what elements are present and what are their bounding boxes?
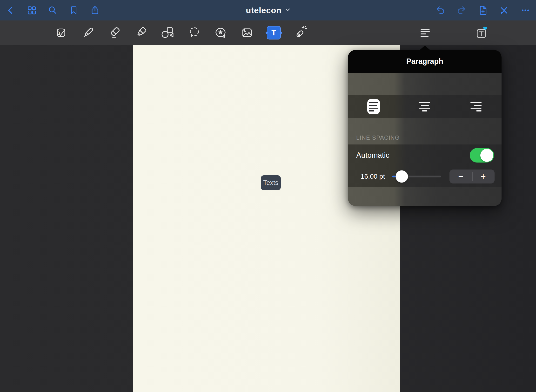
toggle-knob [480,149,493,162]
tooltip-label: Texts [263,179,278,187]
tool-bar: a T [0,20,536,45]
align-left-icon [421,29,430,37]
redo-button[interactable] [456,5,467,16]
handwriting-convert-icon: a [54,26,67,39]
undo-button[interactable] [435,5,446,16]
shapes-icon [161,26,174,39]
add-page-icon [478,5,488,15]
line-spacing-slider-row: 16.00 pt − + [348,166,502,187]
automatic-label: Automatic [356,151,389,160]
elements-sticker-icon [214,26,227,39]
text-tool-letter: T [271,28,276,37]
eraser-tool[interactable] [108,26,122,40]
document-title-group: utelecon [0,0,536,20]
pen-icon [81,26,94,39]
text-tool-icon: T [267,26,281,39]
more-ellipsis-icon [520,5,530,15]
align-right-option[interactable] [450,102,502,111]
eraser-icon [108,26,121,39]
lasso-icon [188,26,201,39]
laser-pointer-icon [294,26,307,39]
toolbar-divider [71,26,71,40]
text-tool-active[interactable]: T [267,26,281,40]
paragraph-popover: Paragraph [348,50,502,206]
align-left-selected-chip [367,99,380,114]
bookmark-button[interactable] [68,5,79,16]
line-spacing-section-band: LINE SPACING [348,118,502,144]
highlighter-tool[interactable] [134,26,148,40]
title-chevron-down-icon [285,8,290,13]
alignment-row [348,95,502,118]
align-center-icon [419,102,430,111]
align-right-icon [470,102,482,111]
bookmark-icon [69,6,79,15]
align-left-icon [369,102,378,111]
popover-title: Paragraph [406,57,443,66]
stepper-divider [472,172,473,181]
more-button[interactable] [520,5,531,16]
shapes-tool[interactable] [160,26,174,40]
handwriting-convert-tool[interactable]: a [54,26,68,40]
line-spacing-value: 16.00 pt [361,173,385,180]
align-left-option[interactable] [348,99,399,114]
text-style-heart-icon [475,26,489,39]
share-button[interactable] [90,5,100,16]
selection-handle-right [280,32,282,34]
pen-tool[interactable] [81,26,95,40]
document-title[interactable]: utelecon [246,6,281,15]
image-tool[interactable] [240,26,254,40]
search-button[interactable] [47,5,58,16]
selection-handle-left [266,32,268,34]
lasso-tool[interactable] [187,26,201,40]
decrease-button[interactable]: − [449,170,472,183]
increase-button[interactable]: + [472,170,495,183]
grid-icon [27,6,37,15]
popover-caret [419,46,430,50]
chevron-left-icon [6,6,15,15]
image-icon [241,26,254,39]
laser-pointer-tool[interactable] [293,26,307,40]
popover-spacer-band [348,73,502,95]
line-spacing-stepper: − + [449,170,495,183]
share-icon [90,6,100,15]
text-box-tooltip: Texts [261,175,281,190]
pen-cross-icon [499,5,509,15]
readonly-pen-button[interactable] [499,5,509,16]
nav-bar: utelecon [0,0,536,20]
redo-icon [456,5,466,15]
add-page-button[interactable] [478,5,488,16]
page-overview-button[interactable] [27,5,37,16]
undo-icon [436,5,446,15]
highlighter-icon [135,26,148,39]
slider-knob[interactable] [396,170,408,183]
text-align-button[interactable] [418,26,432,40]
convert-letter: a [57,29,60,36]
align-center-option[interactable] [399,102,450,111]
automatic-toggle-on[interactable] [470,148,494,163]
elements-tool[interactable] [214,26,228,40]
app-screen: utelecon a [0,0,536,392]
search-icon [48,6,57,15]
popover-header: Paragraph [348,50,502,73]
favorite-text-styles-button[interactable] [475,26,489,40]
line-spacing-section-label: LINE SPACING [356,134,400,141]
back-button[interactable] [5,5,16,16]
automatic-row: Automatic [348,144,502,166]
popover-bottom-band [348,187,502,206]
